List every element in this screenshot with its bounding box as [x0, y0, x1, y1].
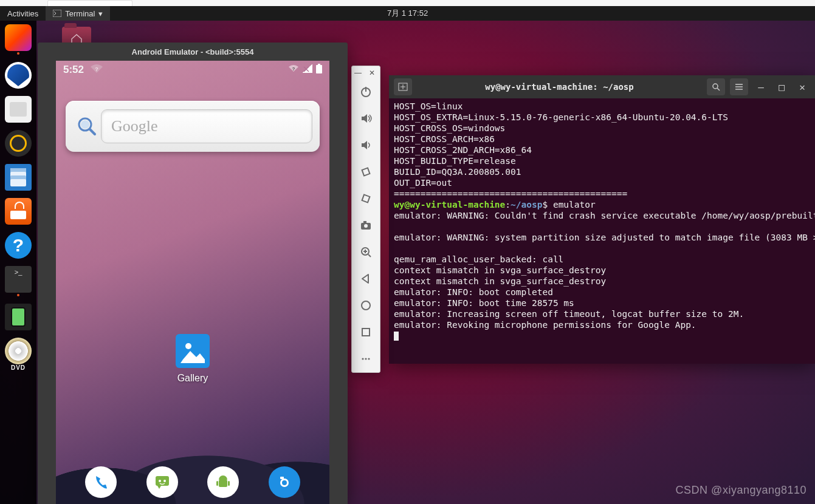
- svg-point-21: [282, 480, 287, 485]
- dock-app-terminal[interactable]: >_: [5, 266, 32, 293]
- dock-app-firefox[interactable]: [5, 24, 32, 51]
- google-search-input[interactable]: Google: [101, 109, 312, 143]
- app-menu-label: Terminal: [65, 9, 95, 18]
- svg-point-36: [362, 358, 363, 359]
- dock-running-indicator: [17, 294, 19, 296]
- close-button[interactable]: ✕: [794, 79, 810, 95]
- svg-rect-6: [318, 64, 320, 65]
- svg-rect-0: [53, 10, 61, 17]
- svg-text:?: ?: [95, 66, 98, 72]
- gnome-top-bar: Activities Terminal ▾ 7月 1 17:52: [0, 6, 815, 21]
- toolbar-screenshot[interactable]: [352, 212, 380, 239]
- phone-app[interactable]: [85, 466, 117, 498]
- android-favorites-row: [56, 466, 329, 498]
- dock-app-power[interactable]: [5, 304, 32, 330]
- svg-point-8: [81, 120, 89, 129]
- svg-rect-5: [316, 65, 322, 73]
- svg-point-42: [713, 84, 718, 89]
- toolbar-home[interactable]: [352, 292, 380, 319]
- emulator-titlebar[interactable]: Android Emulator - <build>:5554: [38, 43, 348, 61]
- dock-app-files[interactable]: [5, 96, 32, 123]
- svg-rect-18: [216, 481, 218, 486]
- dock-app-disc[interactable]: [5, 338, 32, 364]
- minimize-button[interactable]: —: [753, 79, 769, 95]
- wifi-icon: ?: [288, 64, 299, 76]
- search-button[interactable]: [707, 78, 725, 95]
- csdn-watermark: CSDN @xiyangyang8110: [676, 484, 806, 497]
- hamburger-menu[interactable]: [730, 78, 748, 95]
- browser-tab[interactable]: [47, 0, 132, 6]
- terminal-titlebar[interactable]: wy@wy-virtual-machine: ~/aosp — □ ✕: [389, 75, 815, 98]
- toolbar-rotate-right[interactable]: [352, 185, 380, 212]
- android-status-bar[interactable]: 5:52 ? ?: [56, 61, 329, 79]
- camera-app[interactable]: [269, 466, 300, 498]
- close-icon[interactable]: ✕: [369, 69, 375, 76]
- app-menu-terminal[interactable]: Terminal ▾: [46, 6, 110, 21]
- svg-point-14: [163, 480, 166, 482]
- toolbar-power[interactable]: [352, 78, 380, 105]
- chevron-down-icon: ▾: [98, 9, 103, 18]
- svg-rect-22: [280, 477, 284, 479]
- svg-rect-35: [362, 329, 370, 336]
- dock-running-indicator: [17, 52, 19, 55]
- svg-rect-25: [362, 168, 370, 176]
- gallery-label: Gallery: [176, 373, 210, 384]
- ubuntu-dock: ? >_ DVD: [0, 21, 36, 504]
- messages-app[interactable]: [146, 466, 178, 498]
- clock[interactable]: 7月 1 17:52: [387, 8, 428, 19]
- activities-button[interactable]: Activities: [0, 9, 46, 18]
- dock-app-software[interactable]: [5, 198, 32, 225]
- svg-rect-29: [363, 221, 366, 223]
- signal-icon: [303, 64, 312, 76]
- emulator-toolbar: — ✕: [351, 66, 380, 373]
- svg-rect-26: [362, 195, 370, 203]
- toolbar-rotate-left[interactable]: [352, 158, 380, 185]
- toolbar-back[interactable]: [352, 265, 380, 292]
- browser-chrome-strip: [0, 0, 815, 6]
- toolbar-overview[interactable]: [352, 319, 380, 346]
- emulator-screen[interactable]: 5:52 ? ? Google Gallery: [56, 61, 329, 504]
- dock-app-writer[interactable]: [5, 164, 32, 191]
- svg-line-31: [368, 254, 371, 257]
- wifi-unknown-icon: ?: [90, 64, 103, 77]
- svg-rect-19: [228, 481, 230, 486]
- dock-disc-label: DVD: [11, 364, 26, 371]
- search-icon: [73, 116, 101, 137]
- google-search-widget[interactable]: Google: [66, 101, 320, 152]
- new-tab-button[interactable]: [394, 78, 412, 95]
- gnome-terminal-window: wy@wy-virtual-machine: ~/aosp — □ ✕ HOST…: [389, 75, 815, 364]
- svg-line-43: [717, 88, 720, 90]
- terminal-icon: [53, 10, 61, 17]
- svg-point-11: [185, 343, 191, 349]
- android-emulator-window: Android Emulator - <build>:5554 5:52 ? ?…: [38, 43, 348, 504]
- toolbar-zoom[interactable]: [352, 239, 380, 265]
- toolbar-more[interactable]: [352, 346, 380, 372]
- gallery-icon: [176, 334, 210, 368]
- gallery-app-shortcut[interactable]: Gallery: [176, 334, 210, 384]
- toolbar-volume-down[interactable]: [352, 132, 380, 158]
- svg-point-28: [364, 224, 368, 228]
- dock-app-rhythmbox[interactable]: [5, 130, 32, 157]
- maximize-button[interactable]: □: [774, 79, 789, 95]
- svg-text:?: ?: [292, 66, 295, 72]
- minimize-icon[interactable]: —: [354, 69, 362, 76]
- svg-line-9: [90, 129, 95, 134]
- toolbar-volume-up[interactable]: [352, 105, 380, 132]
- svg-point-38: [368, 358, 370, 359]
- svg-rect-15: [219, 480, 227, 487]
- svg-point-34: [362, 301, 370, 310]
- dock-app-thunderbird[interactable]: [5, 62, 32, 89]
- battery-icon: [316, 64, 322, 77]
- dock-app-help[interactable]: ?: [5, 232, 32, 259]
- terminal-title: wy@wy-virtual-machine: ~/aosp: [417, 82, 702, 92]
- terminal-output[interactable]: HOST_OS=linux HOST_OS_EXTRA=Linux-5.15.0…: [389, 98, 815, 344]
- status-time: 5:52: [63, 64, 84, 76]
- android-system-app[interactable]: [207, 466, 239, 498]
- svg-point-37: [365, 358, 366, 359]
- svg-point-13: [159, 480, 161, 482]
